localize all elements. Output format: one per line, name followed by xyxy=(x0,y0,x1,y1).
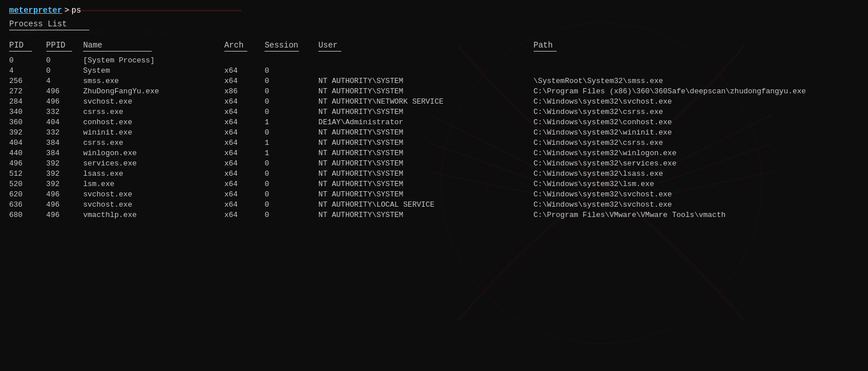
table-row: 636496svchost.exex640NT AUTHORITY\LOCAL … xyxy=(9,199,859,210)
table-row: 512392lsass.exex640NT AUTHORITY\SYSTEMC:… xyxy=(9,168,859,179)
process-table-body: 00[System Process]40Systemx6402564smss.e… xyxy=(9,55,859,220)
terminal-content: meterpreter > ps Process List PID PPID N… xyxy=(0,0,868,226)
col-header-user: User xyxy=(318,40,534,55)
table-row: 40Systemx640 xyxy=(9,65,859,76)
table-row: 2564smss.exex640NT AUTHORITY\SYSTEM\Syst… xyxy=(9,76,859,86)
col-header-ppid: PPID xyxy=(46,40,84,55)
table-row: 392332wininit.exex640NT AUTHORITY\SYSTEM… xyxy=(9,127,859,137)
col-header-pid: PID xyxy=(9,40,46,55)
title-underline xyxy=(9,30,89,30)
table-row: 284496svchost.exex640NT AUTHORITY\NETWOR… xyxy=(9,96,859,106)
table-header: PID PPID Name Arch Session xyxy=(9,40,859,55)
col-header-name: Name xyxy=(83,40,224,55)
table-row: 340332csrss.exex640NT AUTHORITY\SYSTEMC:… xyxy=(9,106,859,117)
table-row: 496392services.exex640NT AUTHORITY\SYSTE… xyxy=(9,158,859,168)
col-header-session: Session xyxy=(265,40,318,55)
table-row: 520392lsm.exex640NT AUTHORITY\SYSTEMC:\W… xyxy=(9,179,859,189)
table-row: 404384csrss.exex641NT AUTHORITY\SYSTEMC:… xyxy=(9,137,859,148)
table-row: 272496ZhuDongFangYu.exex860NT AUTHORITY\… xyxy=(9,86,859,96)
prompt-line: meterpreter > ps xyxy=(9,6,859,15)
prompt-arrow: > xyxy=(64,6,69,15)
col-header-arch: Arch xyxy=(224,40,265,55)
table-row: 00[System Process] xyxy=(9,55,859,65)
prompt-command: ps xyxy=(72,6,81,15)
table-row: 620496svchost.exex640NT AUTHORITY\SYSTEM… xyxy=(9,189,859,199)
col-header-path: Path xyxy=(534,40,859,55)
table-row: 440384winlogon.exex641NT AUTHORITY\SYSTE… xyxy=(9,148,859,158)
process-table: PID PPID Name Arch Session xyxy=(9,40,859,220)
table-row: 680496vmacthlp.exex640NT AUTHORITY\SYSTE… xyxy=(9,210,859,220)
table-row: 360404conhost.exex641DE1AY\Administrator… xyxy=(9,117,859,127)
process-list-title: Process List xyxy=(9,19,859,29)
prompt-meterpreter: meterpreter xyxy=(9,6,62,15)
